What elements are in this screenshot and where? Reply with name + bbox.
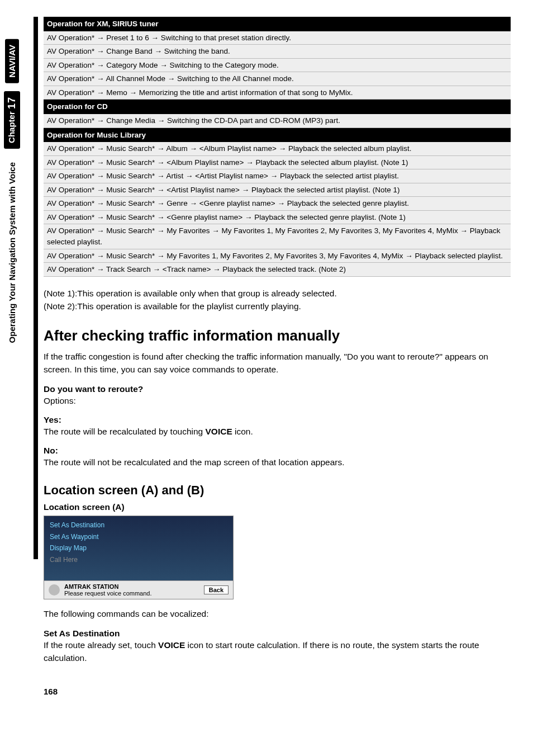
set-destination-text: If the route already set, touch VOICE ic…	[44, 639, 511, 665]
ml-row: AV Operation* → Music Search* → My Favor…	[44, 224, 511, 249]
location-heading: Location screen (A) and (B)	[44, 483, 511, 498]
cd-header: Operation for CD	[44, 100, 511, 114]
ml-row: AV Operation* → Music Search* → My Favor…	[44, 249, 511, 263]
xm-row: AV Operation* → Preset 1 to 6 → Switchin…	[44, 31, 511, 45]
note-2: (Note 2):This operation is available for…	[44, 300, 511, 313]
chapter-number: 17	[6, 97, 17, 109]
xm-row: AV Operation* → Change Band → Switching …	[44, 45, 511, 59]
xm-row: AV Operation* → Category Mode → Switchin…	[44, 58, 511, 72]
xm-row: AV Operation* → Memo → Memorizing the ti…	[44, 86, 511, 100]
tab-navi-av: NAVI/AV	[5, 39, 19, 83]
location-screenshot: Set As Destination Set As Waypoint Displ…	[44, 516, 234, 599]
tab-chapter: Chapter 17	[4, 91, 20, 149]
shot-set-destination: Set As Destination	[50, 519, 227, 531]
no-text: The route will not be recalculated and t…	[44, 456, 511, 469]
margin-strip	[34, 17, 38, 559]
traffic-heading: After checking traffic information manua…	[44, 327, 511, 344]
ml-row: AV Operation* → Track Search → <Track na…	[44, 263, 511, 277]
shot-set-waypoint: Set As Waypoint	[50, 531, 227, 542]
voice-keyword: VOICE	[206, 427, 232, 436]
shot-display-map: Display Map	[50, 542, 227, 554]
page-number: 168	[44, 687, 511, 696]
yes-text-c: icon.	[232, 427, 253, 436]
reroute-options-label: Options:	[44, 394, 511, 407]
shot-call-here: Call Here	[50, 554, 227, 565]
ml-row: AV Operation* → Music Search* → Artist →…	[44, 169, 511, 183]
shot-station-name: AMTRAK STATION	[64, 583, 152, 590]
following-commands: The following commands can be vocalized:	[44, 607, 511, 620]
ml-header: Operation for Music Library	[44, 127, 511, 142]
side-tabs: NAVI/AV Chapter 17 Operating Your Naviga…	[0, 0, 23, 696]
shot-back-button: Back	[204, 585, 229, 594]
traffic-intro: If the traffic congestion is found after…	[44, 350, 511, 376]
shot-station-block: AMTRAK STATION Please request voice comm…	[64, 583, 152, 597]
dest-text-a: If the route already set, touch	[44, 640, 158, 650]
operation-tables: Operation for XM, SIRIUS tuner AV Operat…	[44, 17, 511, 277]
xm-header: Operation for XM, SIRIUS tuner	[44, 17, 511, 31]
mic-icon	[49, 584, 60, 596]
note-1: (Note 1):This operation is available onl…	[44, 287, 511, 300]
set-destination-label: Set As Destination	[44, 629, 511, 639]
voice-keyword: VOICE	[158, 640, 185, 650]
ml-row: AV Operation* → Music Search* → Album → …	[44, 142, 511, 155]
reroute-question: Do you want to reroute?	[44, 384, 511, 394]
xm-row: AV Operation* → All Channel Mode → Switc…	[44, 72, 511, 86]
yes-label: Yes:	[44, 415, 511, 425]
ml-row: AV Operation* → Music Search* → <Album P…	[44, 155, 511, 169]
tab-operating-voice: Operating Your Navigation System with Vo…	[5, 157, 19, 348]
ml-row: AV Operation* → Music Search* → Genre → …	[44, 197, 511, 211]
chapter-label: Chapter	[7, 111, 16, 143]
no-label: No:	[44, 446, 511, 456]
shot-hint: Please request voice command.	[64, 590, 152, 597]
yes-text-a: The route will be recalculated by touchi…	[44, 427, 206, 436]
yes-text: The route will be recalculated by touchi…	[44, 425, 511, 438]
cd-row: AV Operation* → Change Media → Switching…	[44, 114, 511, 127]
notes-block: (Note 1):This operation is available onl…	[44, 287, 511, 313]
ml-row: AV Operation* → Music Search* → <Artist …	[44, 183, 511, 197]
location-sub: Location screen (A)	[44, 502, 511, 512]
ml-row: AV Operation* → Music Search* → <Genre p…	[44, 210, 511, 224]
